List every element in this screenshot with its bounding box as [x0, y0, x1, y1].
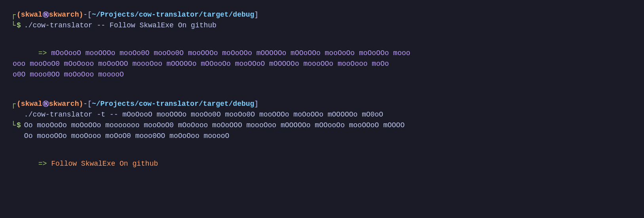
prompt-user-1: skwal: [21, 10, 42, 20]
prompt-parens-close-1: ): [79, 10, 83, 20]
prompt-dollar-2: $: [17, 120, 21, 131]
prompt-wrapper-2: ┌ (skwal ㊗ skwarch)-[~/Projects/cow-tran…: [11, 99, 633, 142]
prompt-globe-2: ㊗: [42, 99, 49, 109]
output-text-1: mOoOooO mooOOOo mooOo0O mooOo0O mooOOOo …: [13, 49, 410, 78]
output-arrow-2: =>: [38, 160, 47, 168]
prompt-command-1: ./cow-translator -- Follow SkwalExe On g…: [24, 20, 217, 31]
prompt-parens-open-2: (: [17, 99, 21, 109]
prompt-parens-close-2: ): [79, 99, 83, 109]
output-arrow-1: =>: [38, 49, 47, 57]
prompt-wrapper-1: ┌ (skwal ㊗ skwarch)-[~/Projects/cow-tran…: [11, 10, 633, 31]
prompt-dollar-1: $: [17, 20, 21, 31]
prompt-bracket-close-1: ]: [254, 10, 258, 20]
prompt-cmd-row-2: └ $ ./cow-translator -t -- mOoOooO mooOO…: [11, 109, 633, 142]
output-1: => mOoOooO mooOOOo mooOo0O mooOo0O mooOO…: [11, 37, 633, 91]
prompt-bracket-close-2: ]: [254, 99, 258, 109]
terminal-block-2: ┌ (skwal ㊗ skwarch)-[~/Projects/cow-tran…: [11, 99, 633, 180]
prompt-host-1: skwarch: [49, 10, 79, 20]
output-text-2: Follow SkwalExe On github: [47, 160, 158, 168]
corner-bottom-left-1: └: [11, 22, 16, 30]
output-2: => Follow SkwalExe On github: [11, 148, 633, 180]
prompt-dash-1: -[: [83, 10, 92, 20]
prompt-header-2: ┌ (skwal ㊗ skwarch)-[~/Projects/cow-tran…: [11, 99, 633, 109]
terminal-block-1: ┌ (skwal ㊗ skwarch)-[~/Projects/cow-tran…: [11, 10, 633, 91]
prompt-host-2: skwarch: [49, 99, 79, 109]
prompt-cmd-row-1: └ $ ./cow-translator -- Follow SkwalExe …: [11, 20, 633, 31]
terminal-container: ┌ (skwal ㊗ skwarch)-[~/Projects/cow-tran…: [11, 10, 633, 180]
prompt-user-2: skwal: [21, 99, 42, 109]
prompt-path-1: ~/Projects/cow-translator/target/debug: [92, 10, 254, 20]
prompt-path-2: ~/Projects/cow-translator/target/debug: [92, 99, 254, 109]
corner-bottom-left-2: └: [11, 122, 16, 130]
corner-top-left-1: ┌: [11, 11, 16, 19]
prompt-dash-2: -[: [83, 99, 92, 109]
corner-top-left-2: ┌: [11, 100, 16, 108]
prompt-parens-open-1: (: [17, 10, 21, 20]
prompt-header-1: ┌ (skwal ㊗ skwarch)-[~/Projects/cow-tran…: [11, 10, 633, 20]
prompt-globe-1: ㊗: [42, 10, 49, 20]
prompt-command-2: ./cow-translator -t -- mOoOooO mooOOOo m…: [24, 109, 405, 142]
